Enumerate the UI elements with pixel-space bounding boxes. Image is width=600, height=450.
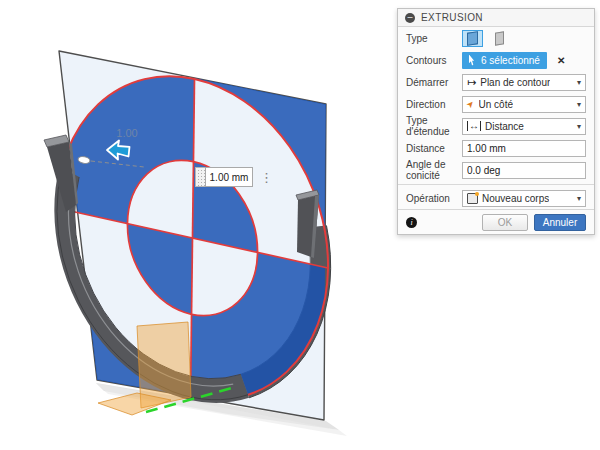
dimension-drag-grip[interactable] <box>195 167 205 187</box>
row-contours: Contours 6 sélectionné ✕ <box>398 49 594 71</box>
profile-plane-icon: ↦ <box>467 77 476 88</box>
row-distance: Distance <box>398 137 594 159</box>
direction-arrow-icon: ➤ <box>465 98 477 110</box>
dialog-footer: i OK Annuler <box>398 209 594 234</box>
start-value: Plan de contour <box>480 77 550 88</box>
type-label: Type <box>406 33 462 44</box>
info-icon[interactable]: i <box>406 217 417 228</box>
distance-label: Distance <box>406 143 462 154</box>
dimension-manipulator: ⋮ <box>195 167 273 187</box>
ok-button[interactable]: OK <box>482 214 528 231</box>
taper-angle-input[interactable] <box>462 162 586 179</box>
taper-angle-label: Angle de conicité <box>406 159 462 181</box>
type-solid-extrude-icon[interactable] <box>462 30 483 47</box>
clear-selection-icon[interactable]: ✕ <box>557 55 565 66</box>
solid-slab-icon <box>467 31 478 46</box>
chevron-down-icon: ▾ <box>577 122 581 131</box>
operation-dropdown[interactable]: Nouveau corps ▾ <box>462 190 586 207</box>
new-body-icon <box>467 193 478 204</box>
start-dropdown[interactable]: ↦ Plan de contour ▾ <box>462 74 586 91</box>
direction-label: Direction <box>406 99 462 110</box>
collapse-icon[interactable]: – <box>405 13 415 23</box>
section-divider <box>398 184 594 185</box>
extent-label: Type d'étendue <box>406 115 462 137</box>
dialog-title: EXTRUSION <box>421 12 483 23</box>
select-cursor-icon <box>469 55 477 66</box>
start-label: Démarrer <box>406 77 462 88</box>
direction-dropdown[interactable]: ➤ Un côté ▾ <box>462 96 586 113</box>
chevron-down-icon: ▾ <box>577 78 581 87</box>
operation-label: Opération <box>406 193 462 204</box>
row-taper: Angle de conicité <box>398 159 594 181</box>
distance-hint-label: 1.00 <box>116 127 137 139</box>
row-extent: Type d'étendue ↔ Distance ▾ <box>398 115 594 137</box>
row-operation: Opération Nouveau corps ▾ <box>398 187 594 209</box>
dimension-input[interactable] <box>205 167 253 187</box>
row-start: Démarrer ↦ Plan de contour ▾ <box>398 71 594 93</box>
selection-count: 6 sélectionné <box>481 55 540 66</box>
operation-value: Nouveau corps <box>482 193 549 204</box>
thin-slab-icon <box>495 31 504 45</box>
extrusion-dialog: – EXTRUSION Type Contours 6 sélectionné … <box>397 8 595 235</box>
contours-label: Contours <box>406 55 462 66</box>
type-thin-extrude-icon[interactable] <box>489 30 510 47</box>
chevron-down-icon: ▾ <box>577 100 581 109</box>
distance-input[interactable] <box>462 140 586 157</box>
row-type: Type <box>398 27 594 49</box>
chevron-down-icon: ▾ <box>577 194 581 203</box>
kebab-menu-icon[interactable]: ⋮ <box>260 171 273 184</box>
selection-badge[interactable]: 6 sélectionné <box>462 52 547 69</box>
distance-extent-icon: ↔ <box>467 121 481 131</box>
direction-value: Un côté <box>479 99 513 110</box>
new-badge-icon <box>475 192 479 196</box>
cancel-button[interactable]: Annuler <box>534 214 586 231</box>
extent-dropdown[interactable]: ↔ Distance ▾ <box>462 118 586 135</box>
dialog-header[interactable]: – EXTRUSION <box>398 9 594 27</box>
extent-value: Distance <box>485 121 524 132</box>
row-direction: Direction ➤ Un côté ▾ <box>398 93 594 115</box>
